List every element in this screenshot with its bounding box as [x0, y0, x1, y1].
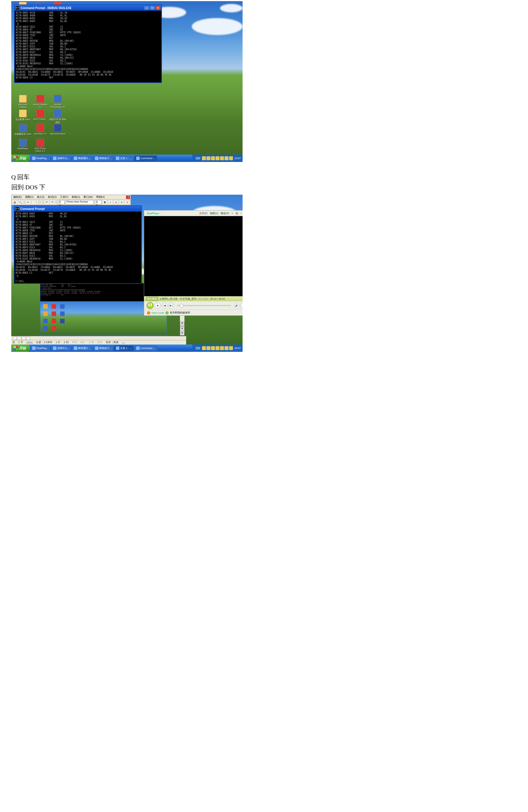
tray-icon[interactable] — [202, 156, 206, 160]
system-tray[interactable]: CH 23:57 — [192, 345, 243, 352]
desktop-icon[interactable]: ACDSee 7.0 — [32, 124, 49, 138]
close-button[interactable]: × — [156, 6, 161, 10]
rp-menu-play[interactable]: 播放(P) — [221, 212, 229, 215]
desktop-icon[interactable]: 音频播放器 2003 — [14, 124, 32, 138]
tray-icon[interactable] — [220, 346, 224, 350]
desktop-icon[interactable]: RealPlayer — [14, 138, 32, 153]
menu-item[interactable]: 工具(T) — [58, 195, 70, 199]
status-ovr[interactable]: 改写 — [97, 340, 102, 344]
maximize-button[interactable]: □ — [150, 6, 155, 10]
desktop[interactable]: 我的文档JIA腾讯QQ C:\ Command Prompt - DEBUG S… — [11, 1, 243, 162]
start-button[interactable]: 开始 — [11, 345, 30, 352]
taskbar-item[interactable]: 网易电子... — [93, 156, 114, 161]
menu-item[interactable]: 插入(I) — [35, 195, 46, 199]
realplayer-video-area[interactable] — [144, 216, 243, 296]
desktop-icon[interactable]: Adobe Reader 7.0 — [32, 94, 49, 109]
tray-icon[interactable] — [211, 346, 215, 350]
tray-icon[interactable] — [206, 346, 210, 350]
clock[interactable]: 23:57 — [234, 157, 241, 160]
status-lang[interactable]: 英语（美国 — [106, 340, 118, 344]
desktop-icon[interactable]: ACD FotoSl... — [32, 109, 49, 124]
font-select[interactable]: Times New Roman — [66, 200, 94, 205]
redo-button[interactable]: ↷ — [50, 200, 55, 205]
tray-icon[interactable] — [224, 346, 229, 350]
desktop-icon[interactable]: 快捷方式 到 局域网查 — [49, 109, 67, 124]
rp-mute-button[interactable]: 🔊 — [234, 303, 239, 308]
cmd-window-2[interactable]: C:\ Command Prompt 0C70:00E0 B402 MOV AH… — [14, 205, 142, 284]
menu-item[interactable]: 视图(V) — [24, 195, 35, 199]
taskbar-item[interactable]: 文档 1 - ... — [114, 156, 134, 161]
taskbar-item[interactable]: Command ... — [134, 156, 157, 161]
cmd-window[interactable]: C:\ Command Prompt - DEBUG S541.EXE - □ … — [14, 4, 162, 83]
rp-prev-button[interactable]: |◀ — [162, 303, 167, 308]
taskbar-item[interactable]: 网易电子... — [93, 345, 114, 351]
browse-prev-button[interactable]: ● — [180, 327, 185, 331]
view-print-button[interactable] — [22, 337, 26, 340]
tray-icon[interactable] — [216, 346, 219, 350]
cut-button[interactable]: ✂ — [26, 200, 31, 205]
view-web-button[interactable] — [17, 337, 21, 340]
taskbar-item[interactable]: RealPlay... — [30, 156, 50, 161]
bold-button[interactable]: B — [102, 200, 107, 205]
taskbar-item[interactable]: 新闻中心... — [51, 345, 72, 351]
copy-button[interactable]: 📄 — [31, 200, 36, 205]
taskbar-item[interactable]: 网易通行... — [72, 345, 92, 351]
taskbar-item[interactable]: Command ... — [134, 345, 157, 351]
realplayer-window[interactable]: RealPlayer 文件(F) 视图(V) 播放(P) » ⊞ - □ 现在播… — [144, 210, 243, 316]
tray-icon[interactable] — [211, 156, 215, 160]
desktop-icon[interactable]: Microsoft Outlook — [14, 94, 32, 109]
clock[interactable]: 23:57 — [234, 347, 241, 350]
rp-realguide-link[interactable]: Real Guide — [151, 311, 164, 314]
system-tray[interactable]: CH 23:57 — [192, 155, 243, 162]
menu-item[interactable]: 窗口(W) — [82, 195, 94, 199]
taskbar-item[interactable]: 网易通行... — [72, 156, 92, 161]
tray-icon[interactable] — [229, 346, 233, 350]
rp-vol-button[interactable]: + — [240, 303, 243, 308]
box-a-button[interactable]: A — [113, 200, 118, 205]
ime-indicator[interactable]: CH — [195, 156, 201, 160]
rp-next-button[interactable]: ▶| — [168, 303, 174, 308]
rp-menu-view[interactable]: 视图(V) — [210, 212, 218, 215]
rp-menu-file[interactable]: 文件(F) — [199, 212, 208, 215]
view-outline-button[interactable] — [26, 337, 30, 340]
status-rec[interactable]: 录制 — [72, 340, 77, 344]
style-select[interactable]: 正文 — [58, 200, 64, 205]
status-rev[interactable]: 修订 — [80, 340, 86, 344]
tray-icon[interactable] — [206, 156, 210, 160]
browse-next-button[interactable]: ▼ — [180, 332, 185, 335]
menu-item[interactable]: 编辑(E) — [12, 195, 24, 199]
desktop-icon[interactable]: Microsoft Word — [49, 124, 67, 138]
tray-icon[interactable] — [202, 346, 206, 350]
rp-menu-more[interactable]: » — [232, 212, 233, 215]
status-ext[interactable]: 扩展 — [89, 340, 94, 344]
minimize-button[interactable]: - — [144, 6, 149, 10]
rp-seek-slider[interactable] — [177, 305, 231, 306]
rp-status-icon[interactable] — [242, 296, 243, 301]
doc-close-button[interactable]: × — [126, 195, 130, 199]
desktop-icon[interactable]: 金山影霸 2003 — [14, 109, 32, 124]
desktop-2[interactable]: 编辑(E) 视图(V) 插入(I) 格式(O) 工具(T) 表格(A) 窗口(W… — [11, 195, 243, 352]
cmd-output[interactable]: 0C70:00E0 B402 MOV AH,02 0C70:00E2 8AD3 … — [14, 212, 141, 283]
tray-icon[interactable] — [229, 156, 233, 160]
scroll-down-button[interactable]: ▼ — [180, 322, 185, 326]
rp-stop-button[interactable]: ■ — [155, 303, 161, 308]
paste-button[interactable]: 📋 — [37, 200, 42, 205]
menu-item[interactable]: 格式(O) — [46, 195, 58, 199]
start-button[interactable]: 开始 — [11, 155, 30, 162]
realplayer-titlebar[interactable]: RealPlayer 文件(F) 视图(V) 播放(P) » ⊞ - □ — [144, 211, 243, 216]
view-normal-button[interactable] — [13, 337, 17, 340]
menu-item[interactable]: 表格(A) — [70, 195, 82, 199]
taskbar-item[interactable]: RealPlay... — [30, 345, 50, 351]
taskbar-item[interactable]: 新闻中心... — [51, 156, 72, 161]
desktop-icon[interactable]: Adobe Photoshop CS — [49, 94, 67, 109]
italic-button[interactable]: I — [108, 200, 113, 205]
status-book-icon[interactable]: 📖 — [122, 341, 126, 344]
tray-icon[interactable] — [224, 156, 229, 160]
rp-library-link[interactable]: 音乐和我的媒体库 — [170, 311, 190, 315]
char-a-button[interactable]: A — [119, 200, 124, 205]
ime-indicator[interactable]: CH — [195, 346, 201, 350]
undo-button[interactable]: ↶ — [44, 200, 49, 205]
word-window[interactable]: 编辑(E) 视图(V) 插入(I) 格式(O) 工具(T) 表格(A) 窗口(W… — [11, 195, 131, 205]
desktop-icon[interactable]: ACD Photo Editor 3.1 — [32, 138, 49, 153]
print-button[interactable]: 🖨 — [12, 200, 17, 205]
